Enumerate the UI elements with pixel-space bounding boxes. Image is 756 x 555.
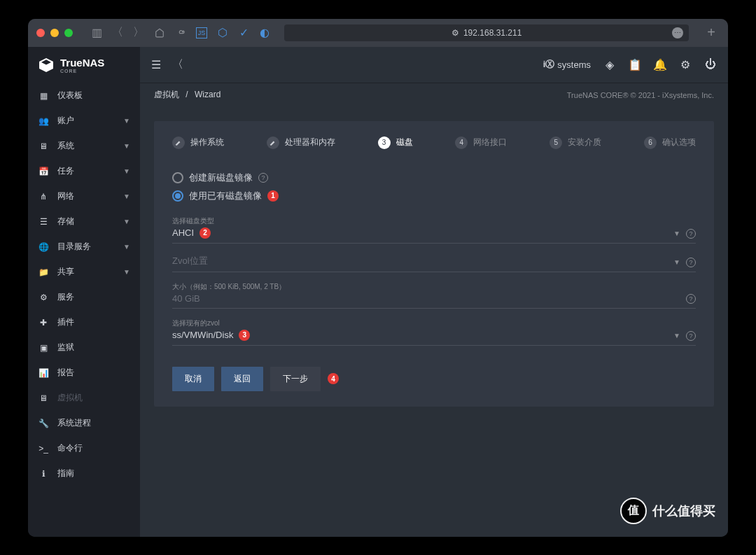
nav-forward-icon[interactable]: 〉 [133,27,144,38]
step-indicator-icon: 4 [455,136,468,149]
sidebar-item-4[interactable]: ⋔网络▼ [28,184,140,209]
annotation-badge-4: 4 [328,373,339,384]
chevron-down-icon: ▼ [123,243,130,251]
chevron-down-icon: ▼ [123,142,130,150]
sidebar-item-14[interactable]: >_命令行 [28,436,140,461]
sidebar-item-15[interactable]: ℹ指南 [28,461,140,486]
power-icon[interactable]: ⏻ [704,58,717,71]
sidebar-item-12[interactable]: 🖥虚拟机 [28,386,140,411]
help-icon[interactable]: ? [686,331,696,341]
sidebar-item-10[interactable]: ▣监狱 [28,335,140,360]
chevron-down-icon: ▼ [123,167,130,175]
field-disk-type[interactable]: 选择磁盘类型 AHCI2 ▼? [172,216,696,244]
address-bar[interactable]: ⚙ 192.168.31.211 ⋯ [284,24,689,41]
new-tab-icon[interactable]: + [703,24,720,41]
more-icon[interactable]: ⋯ [672,27,683,38]
cloud-icon[interactable] [175,27,186,38]
sidebar-item-8[interactable]: ⚙服务 [28,285,140,310]
ixsystems-logo[interactable]: iⓍsystems [543,58,591,71]
main-content: ☰ 〈 iⓍsystems ◈ 📋 🔔 ⚙ ⏻ 虚拟机 / Wizard [140,47,728,537]
step-3[interactable]: 3磁盘 [378,136,413,149]
wizard-stepper: 操作系统处理器和内存3磁盘4网络接口5安装介质6确认选项 [172,136,696,149]
help-icon[interactable]: ? [686,229,696,239]
truecommand-icon[interactable]: ◈ [603,58,616,71]
close-window-icon[interactable] [36,29,45,37]
sidebar-item-0[interactable]: ▦仪表板 [28,83,140,108]
maximize-window-icon[interactable] [64,29,73,37]
help-icon[interactable]: ? [686,294,696,304]
sidebar-item-label: 存储 [57,216,74,227]
sidebar: TrueNASCORE ▦仪表板👥账户▼🖥系统▼📅任务▼⋔网络▼☰存储▼🌐目录服… [28,47,140,537]
chevron-down-icon: ▼ [673,258,680,266]
chevron-down-icon: ▼ [123,192,130,200]
ext-icon-4[interactable]: ◐ [259,27,270,38]
step-indicator-icon: 6 [644,136,657,149]
step-indicator-icon [172,136,185,149]
bell-icon[interactable]: 🔔 [654,58,666,71]
ext-icon-1[interactable]: JS [196,27,207,38]
cancel-button[interactable]: 取消 [172,367,214,391]
sidebar-item-label: 命令行 [57,442,83,454]
network-icon: ⋔ [38,191,49,202]
gear-icon[interactable]: ⚙ [679,58,692,71]
jail-icon: ▣ [38,342,49,353]
step-1[interactable]: 操作系统 [172,136,224,149]
step-4[interactable]: 4网络接口 [455,136,507,149]
field-zvol-location[interactable]: Zvol位置 ▼? [172,253,696,272]
sidebar-item-5[interactable]: ☰存储▼ [28,209,140,234]
sidebar-item-3[interactable]: 📅任务▼ [28,159,140,184]
step-5[interactable]: 5安装介质 [550,136,601,149]
radio-use-existing-disk[interactable]: 使用已有磁盘镜像 1 [172,187,696,205]
chevron-down-icon: ▼ [123,268,130,276]
chevron-down-icon: ▼ [123,117,130,125]
help-icon[interactable]: ? [686,258,696,267]
step-2[interactable]: 处理器和内存 [267,136,335,149]
step-6[interactable]: 6确认选项 [644,136,696,149]
laptop-icon: 🖥 [38,141,49,152]
chevron-down-icon: ▼ [123,218,130,225]
field-existing-zvol[interactable]: 选择现有的zvol ss/VMWin/Disk3 ▼? [172,318,696,346]
nav-back-icon[interactable]: 〈 [112,27,123,38]
sidebar-item-9[interactable]: ✚插件 [28,310,140,335]
sidebar-item-2[interactable]: 🖥系统▼ [28,134,140,159]
wizard-card: 操作系统处理器和内存3磁盘4网络接口5安装介质6确认选项 创建新磁盘镜像 ? 使… [154,121,714,407]
puzzle-icon: ✚ [38,317,49,328]
ext-icon-3[interactable]: ✓ [238,27,249,38]
breadcrumb-current: Wizard [195,90,220,99]
sidebar-item-13[interactable]: 🔧系统进程 [28,411,140,436]
sidebar-item-1[interactable]: 👥账户▼ [28,108,140,134]
annotation-badge-2: 2 [200,227,211,239]
sidebar-toggle-icon[interactable]: ▥ [91,27,102,38]
next-button[interactable]: 下一步 [270,367,321,391]
clipboard-icon[interactable]: 📋 [629,58,641,71]
sidebar-item-7[interactable]: 📁共享▼ [28,260,140,285]
chevron-down-icon: ▼ [673,230,680,237]
calendar-icon: 📅 [38,166,49,177]
folder-icon: 📁 [38,267,49,278]
sidebar-item-6[interactable]: 🌐目录服务▼ [28,234,140,260]
brand-logo: TrueNASCORE [28,47,140,83]
help-icon[interactable]: ? [258,173,268,183]
menu-toggle-icon[interactable]: ☰ [151,58,161,71]
minimize-window-icon[interactable] [50,29,59,37]
ext-icon-2[interactable]: ⬡ [217,27,228,38]
radio-create-disk[interactable]: 创建新磁盘镜像 ? [172,169,696,187]
field-size[interactable]: 大小（例如：500 KiB, 500M, 2 TB） 40 GiB ? [172,282,696,309]
globe-icon: 🌐 [38,241,49,253]
step-label: 网络接口 [473,136,507,148]
step-label: 确认选项 [662,136,696,148]
sidebar-item-label: 系统 [57,140,74,152]
sidebar-item-label: 虚拟机 [57,392,83,404]
info-icon: ℹ [38,468,49,479]
sidebar-item-11[interactable]: 📊报告 [28,360,140,386]
breadcrumb-bar: 虚拟机 / Wizard TrueNAS CORE® © 2021 - iXsy… [140,83,728,107]
breadcrumb-root[interactable]: 虚拟机 [154,90,179,99]
topbar: ☰ 〈 iⓍsystems ◈ 📋 🔔 ⚙ ⏻ [140,47,728,83]
sidebar-item-label: 仪表板 [57,90,83,101]
sidebar-item-label: 共享 [57,266,74,278]
back-icon[interactable]: 〈 [172,57,183,72]
home-icon[interactable] [154,27,165,38]
sidebar-item-label: 任务 [57,165,74,177]
dashboard-icon: ▦ [38,90,49,101]
back-button[interactable]: 返回 [221,367,263,391]
